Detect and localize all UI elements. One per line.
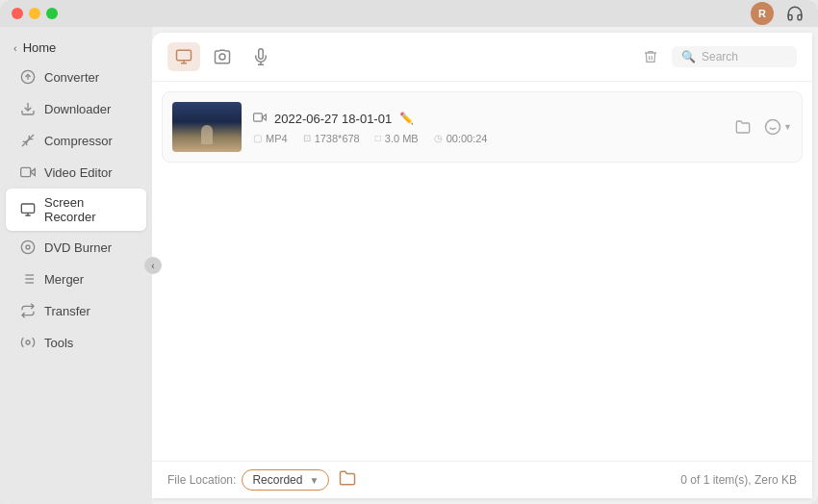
main-layout: ‹ Home Converter [0, 27, 818, 504]
sidebar-collapse-button[interactable]: ‹ [144, 257, 162, 274]
svg-rect-19 [177, 50, 192, 61]
traffic-lights [12, 8, 58, 19]
svg-point-11 [26, 245, 30, 249]
sidebar-item-compressor[interactable]: Compressor [6, 125, 146, 156]
content-area: 🔍 [152, 33, 812, 498]
title-bar-icons: R [751, 2, 806, 25]
file-meta: ▢ MP4 ⊡ 1738*678 □ 3.0 MB [253, 133, 718, 144]
svg-rect-26 [254, 113, 263, 120]
file-resolution: ⊡ 1738*678 [303, 133, 360, 144]
close-button[interactable] [12, 8, 23, 19]
svg-rect-7 [21, 204, 34, 213]
footer: File Location: Recorded ▼ 0 of 1 item [152, 461, 812, 498]
file-name-row: 2022-06-27 18-01-01 ✏️ [253, 111, 718, 127]
home-nav-item[interactable]: ‹ Home [0, 35, 152, 61]
tab-microphone[interactable] [244, 42, 277, 71]
tab-camera[interactable] [206, 42, 239, 71]
delete-button[interactable] [635, 42, 666, 71]
svg-point-10 [21, 240, 34, 253]
minimize-button[interactable] [29, 8, 40, 19]
footer-status: 0 of 1 item(s), Zero KB [680, 473, 797, 487]
svg-point-18 [26, 340, 30, 344]
svg-line-4 [22, 139, 29, 146]
edit-icon[interactable]: ✏️ [399, 112, 414, 125]
file-info: 2022-06-27 18-01-01 ✏️ ▢ MP4 ⊡ 1738*678 [242, 111, 729, 144]
user-avatar[interactable]: R [751, 2, 774, 25]
file-name: 2022-06-27 18-01-01 [274, 112, 392, 126]
svg-rect-6 [21, 167, 31, 176]
convert-button[interactable]: ▼ [764, 118, 792, 136]
dvd-burner-icon [19, 239, 37, 256]
downloader-icon [19, 100, 37, 117]
sidebar-item-screen-recorder[interactable]: Screen Recorder [6, 189, 146, 231]
file-location-chevron-icon: ▼ [309, 475, 319, 486]
file-location-label: File Location: [167, 473, 236, 487]
file-list: 2022-06-27 18-01-01 ✏️ ▢ MP4 ⊡ 1738*678 [152, 82, 812, 461]
transfer-icon [19, 302, 37, 319]
sidebar: ‹ Home Converter [0, 27, 152, 504]
open-folder-button[interactable] [729, 113, 756, 140]
thumbnail-inner [172, 102, 242, 152]
home-arrow-icon: ‹ [13, 42, 17, 54]
sidebar-item-transfer[interactable]: Transfer [6, 295, 146, 326]
svg-marker-25 [262, 114, 266, 120]
size-icon: □ [375, 133, 381, 143]
search-input[interactable] [702, 50, 788, 63]
convert-dropdown-icon: ▼ [783, 122, 792, 132]
format-icon: ▢ [253, 133, 262, 143]
sidebar-item-merger[interactable]: Merger [6, 264, 146, 294]
merger-icon [19, 270, 37, 288]
file-actions: ▼ [729, 113, 792, 140]
file-location-select[interactable]: Recorded [252, 473, 303, 487]
headset-icon[interactable] [783, 2, 806, 25]
sidebar-item-dvd-burner[interactable]: DVD Burner [6, 232, 146, 263]
svg-point-27 [766, 120, 780, 135]
file-location-select-wrap[interactable]: Recorded ▼ [242, 469, 329, 491]
search-icon: 🔍 [681, 50, 696, 63]
search-box[interactable]: 🔍 [672, 46, 797, 67]
compressor-icon [19, 132, 37, 149]
resolution-icon: ⊡ [303, 133, 311, 143]
app-window: R ‹ Home [0, 0, 818, 504]
video-editor-icon [19, 164, 37, 181]
svg-point-22 [219, 54, 225, 60]
file-item: 2022-06-27 18-01-01 ✏️ ▢ MP4 ⊡ 1738*678 [162, 91, 803, 163]
sidebar-item-tools[interactable]: Tools [6, 327, 146, 358]
toolbar: 🔍 [152, 33, 812, 82]
maximize-button[interactable] [46, 8, 58, 19]
file-format: ▢ MP4 [253, 133, 288, 144]
duration-icon: ◷ [434, 133, 443, 143]
file-location: File Location: Recorded ▼ [167, 469, 356, 491]
svg-marker-5 [31, 169, 36, 176]
tools-icon [19, 334, 37, 351]
tab-video[interactable] [167, 42, 200, 71]
sidebar-item-downloader[interactable]: Downloader [6, 93, 146, 124]
title-bar: R [0, 0, 818, 27]
sidebar-item-converter[interactable]: Converter [6, 62, 146, 92]
file-thumbnail [172, 102, 242, 152]
file-duration: ◷ 00:00:24 [434, 133, 488, 144]
video-file-icon [253, 111, 267, 127]
thumbnail-figure [201, 125, 213, 144]
sidebar-item-video-editor[interactable]: Video Editor [6, 157, 146, 188]
converter-icon [19, 68, 37, 86]
file-location-folder-icon[interactable] [339, 469, 356, 491]
file-size: □ 3.0 MB [375, 133, 419, 144]
screen-recorder-icon [19, 201, 37, 218]
